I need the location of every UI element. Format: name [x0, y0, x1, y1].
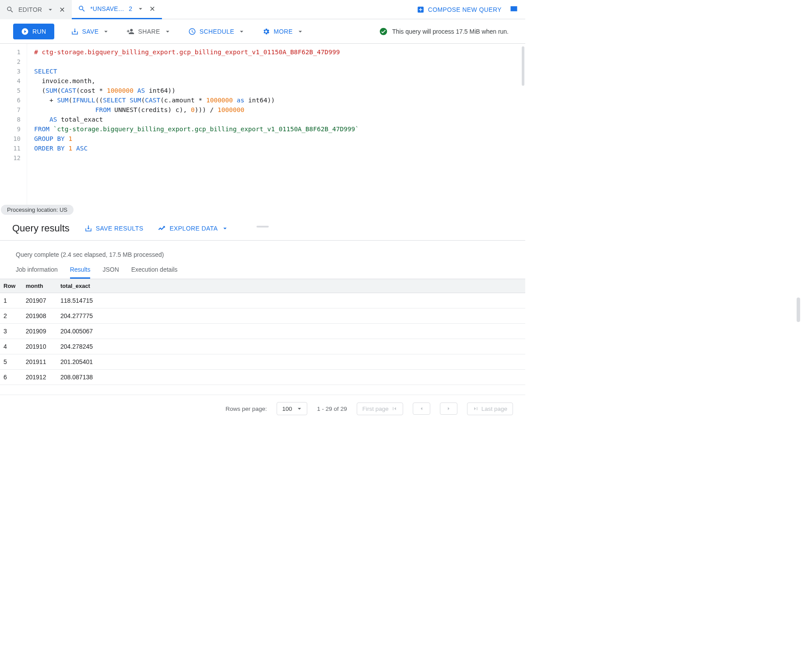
chevron-down-icon[interactable]: [102, 28, 110, 35]
table-row[interactable]: 5201911201.205401: [0, 354, 525, 370]
tab-editor[interactable]: EDITOR: [0, 0, 72, 19]
page-range: 1 - 29 of 29: [317, 406, 347, 412]
table-row[interactable]: 1201907118.514715: [0, 293, 525, 308]
table-row[interactable]: 3201909204.005067: [0, 324, 525, 339]
side-panel-button[interactable]: [509, 4, 518, 14]
table-row[interactable]: 4201910204.278245: [0, 339, 525, 354]
query-status: This query will process 17.5 MiB when ru…: [379, 27, 509, 36]
play-circle-icon: [21, 28, 29, 35]
save-results-button[interactable]: SAVE RESULTS: [84, 224, 144, 232]
schedule-button[interactable]: SCHEDULE: [188, 28, 246, 35]
line-number-gutter: 123456789101112: [0, 44, 27, 214]
result-tab-job-information[interactable]: Job information: [16, 266, 58, 279]
cell-month: 201908: [21, 308, 56, 324]
chevron-right-icon: [446, 406, 452, 412]
download-icon: [84, 224, 92, 232]
chevron-down-icon[interactable]: [164, 28, 172, 35]
rows-per-page-select[interactable]: 100: [277, 402, 308, 415]
cell-total_exact: 204.278245: [56, 339, 525, 354]
run-button[interactable]: RUN: [13, 24, 54, 39]
more-button[interactable]: MORE: [262, 28, 304, 35]
gear-icon: [262, 28, 270, 35]
cell-month: 201911: [21, 354, 56, 370]
schedule-label: SCHEDULE: [200, 28, 234, 35]
chevron-down-icon[interactable]: [221, 224, 229, 232]
cell-month: 201907: [21, 293, 56, 308]
result-tab-execution-details[interactable]: Execution details: [131, 266, 178, 279]
explore-data-button[interactable]: EXPLORE DATA: [158, 224, 229, 232]
table-row[interactable]: 6201912208.087138: [0, 370, 525, 385]
tab-unsaved-badge: 2: [129, 5, 132, 12]
chevron-down-icon[interactable]: [46, 6, 54, 14]
share-label: SHARE: [138, 28, 160, 35]
chart-icon: [158, 224, 166, 232]
cell-row: 5: [0, 354, 21, 370]
compose-new-query-button[interactable]: COMPOSE NEW QUERY: [417, 6, 502, 14]
svg-point-0: [380, 28, 387, 35]
save-icon: [71, 28, 79, 35]
save-button[interactable]: SAVE: [71, 28, 110, 35]
query-icon: [6, 6, 14, 14]
table-row[interactable]: 2201908204.277775: [0, 308, 525, 324]
cell-total_exact: 201.205401: [56, 354, 525, 370]
results-table: Rowmonthtotal_exact 1201907118.514715220…: [0, 279, 525, 385]
last-page-label: Last page: [481, 406, 507, 412]
tab-unsaved-label: *UNSAVE…: [90, 5, 124, 12]
clock-icon: [188, 28, 196, 35]
cell-row: 4: [0, 339, 21, 354]
first-page-icon: [391, 406, 397, 412]
save-label: SAVE: [82, 28, 99, 35]
cell-total_exact: 204.005067: [56, 324, 525, 339]
close-icon[interactable]: [149, 5, 156, 12]
close-icon[interactable]: [59, 6, 66, 13]
panel-icon: [509, 4, 518, 13]
explore-data-label: EXPLORE DATA: [169, 225, 218, 232]
cell-total_exact: 204.277775: [56, 308, 525, 324]
share-button[interactable]: SHARE: [126, 28, 171, 35]
sql-editor[interactable]: 123456789101112 # ctg-storage.bigquery_b…: [0, 44, 525, 214]
compose-label: COMPOSE NEW QUERY: [428, 6, 502, 13]
tab-editor-label: EDITOR: [18, 6, 42, 13]
first-page-button[interactable]: First page: [357, 402, 403, 415]
rows-per-page-label: Rows per page:: [225, 406, 267, 412]
cell-row: 3: [0, 324, 21, 339]
results-title: Query results: [12, 223, 70, 234]
tab-unsaved[interactable]: *UNSAVE… 2: [72, 0, 162, 19]
last-page-button[interactable]: Last page: [467, 402, 513, 415]
next-page-button[interactable]: [440, 402, 457, 415]
cell-total_exact: 118.514715: [56, 293, 525, 308]
result-tab-json[interactable]: JSON: [102, 266, 119, 279]
save-results-label: SAVE RESULTS: [96, 225, 144, 232]
column-header: month: [21, 279, 56, 293]
cell-month: 201909: [21, 324, 56, 339]
person-add-icon: [126, 28, 134, 35]
rpp-value: 100: [282, 406, 292, 412]
check-circle-icon: [379, 27, 388, 36]
chevron-down-icon[interactable]: [296, 28, 304, 35]
cell-total_exact: 208.087138: [56, 370, 525, 385]
editor-tabs-bar: EDITOR *UNSAVE… 2 COMPOSE NEW QUERY: [0, 0, 525, 19]
more-label: MORE: [274, 28, 293, 35]
last-page-icon: [473, 406, 479, 412]
status-text: This query will process 17.5 MiB when ru…: [392, 28, 509, 35]
chevron-down-icon[interactable]: [238, 28, 246, 35]
chevron-down-icon[interactable]: [137, 5, 144, 13]
column-header: Row: [0, 279, 21, 293]
scrollbar-thumb[interactable]: [522, 46, 524, 86]
chevron-left-icon: [418, 406, 425, 412]
chevron-down-icon: [295, 405, 303, 413]
cell-month: 201910: [21, 339, 56, 354]
code-area[interactable]: # ctg-storage.bigquery_billing_export.gc…: [27, 44, 525, 214]
cell-month: 201912: [21, 370, 56, 385]
result-tab-results[interactable]: Results: [70, 266, 91, 279]
query-toolbar: RUN SAVE SHARE SCHEDULE MORE This query …: [0, 19, 525, 44]
query-icon: [78, 5, 86, 13]
paginator: Rows per page: 100 1 - 29 of 29 First pa…: [0, 395, 525, 422]
first-page-label: First page: [362, 406, 389, 412]
cell-row: 2: [0, 308, 21, 324]
result-tabs: Job informationResultsJSONExecution deta…: [0, 266, 525, 279]
run-label: RUN: [32, 28, 46, 35]
cell-row: 1: [0, 293, 21, 308]
query-complete-text: Query complete (2.4 sec elapsed, 17.5 MB…: [0, 241, 525, 266]
prev-page-button[interactable]: [413, 402, 430, 415]
